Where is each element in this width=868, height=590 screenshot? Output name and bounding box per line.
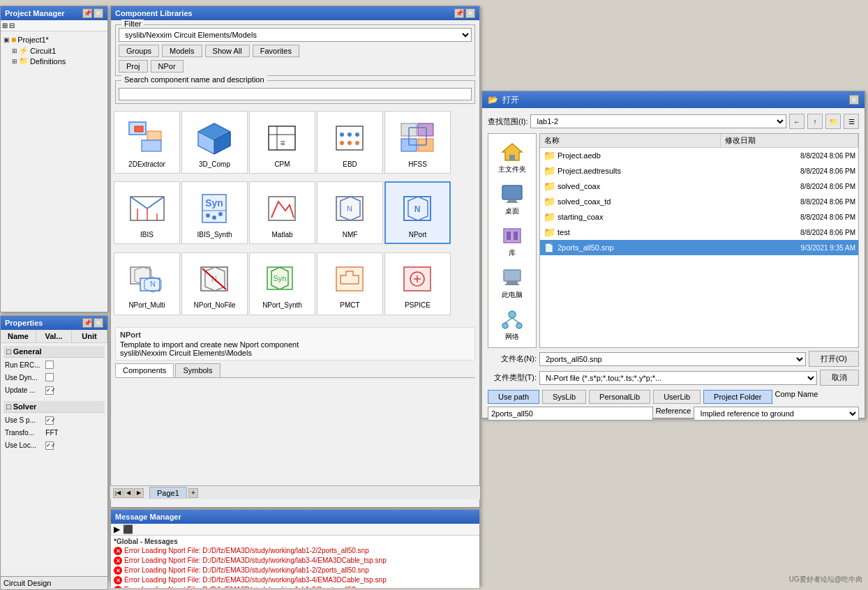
reference-label: Reference [656, 407, 691, 421]
nav-new-folder-btn[interactable]: 📁 [825, 114, 841, 129]
pm-toolbar-icon2: ⊟ [9, 22, 15, 29]
comp-nport-multi[interactable]: N NPort_Multi [114, 252, 180, 315]
svg-rect-66 [514, 232, 518, 240]
comp-name-input[interactable] [488, 407, 653, 421]
comp-3dcomp[interactable]: 3D_Comp [181, 111, 248, 174]
filter-dropdown[interactable]: syslib/Nexxim Circuit Elements/Models [119, 28, 472, 42]
pm-close-btn[interactable]: ✕ [93, 8, 103, 18]
personallib-btn[interactable]: PersonalLib [589, 390, 650, 404]
tree-item-project[interactable]: ▣ ■ Project1* [3, 34, 105, 45]
col-unit[interactable]: Unit [72, 330, 107, 342]
comp-nport-nofile-label: NPort_NoFile [193, 301, 235, 309]
location-bar: 查找范围(I): lab1-2 ← ↑ 📁 ☰ [488, 114, 859, 129]
file-row-0[interactable]: 📁 Project.aedb 8/8/2024 8:06 PM [540, 148, 858, 163]
sidebar-library[interactable]: 库 [497, 220, 527, 261]
page-first-btn[interactable]: |◀ [113, 488, 123, 498]
comp-nport-synth[interactable]: Syn NPort_Synth [249, 252, 315, 315]
cancel-btn[interactable]: 取消 [820, 370, 859, 386]
userlib-btn[interactable]: UserLib [653, 390, 701, 404]
svg-point-17 [355, 141, 359, 145]
col-date-header[interactable]: 修改日期 [721, 134, 858, 147]
file-row-3[interactable]: 📁 solved_coax_td 8/8/2024 8:06 PM [540, 194, 858, 209]
prop-run-erc-label: Run ERC... [5, 361, 45, 369]
comp-cpm[interactable]: ≡ CPM [249, 111, 315, 174]
props-close-btn[interactable]: ✕ [93, 318, 103, 328]
sidebar-network-label: 网络 [505, 332, 519, 342]
comp-nport-nofile[interactable]: N NPort_NoFile [181, 252, 248, 315]
filter-btn-groups[interactable]: Groups [119, 45, 159, 57]
msg-error-3: ✕ Error Loading Nport File: D:/D/fz/EMA3… [114, 566, 477, 575]
filter-btn-npor[interactable]: NPor [151, 60, 184, 73]
svg-text:≡: ≡ [280, 138, 285, 148]
prop-use-loc: Use Loc... ✓ [3, 439, 105, 452]
svg-rect-19 [418, 123, 433, 136]
comp-ebd[interactable]: EBD [317, 111, 383, 174]
svg-point-72 [516, 323, 522, 328]
prop-transfo: Transfo... FFT [3, 427, 105, 439]
pm-pin-btn[interactable]: 📌 [82, 8, 92, 18]
filename-input[interactable]: 2ports_all50.snp [539, 352, 806, 366]
search-input[interactable] [119, 88, 472, 100]
nav-back-btn[interactable]: ← [789, 114, 805, 129]
sidebar-home[interactable]: 主文件夹 [495, 137, 529, 177]
reference-select[interactable]: Implied reference to ground [694, 407, 859, 421]
file-row-6[interactable]: 📄 2ports_all50.snp 9/3/2021 9:35 AM [540, 240, 858, 255]
comp-ibis-synth[interactable]: Syn IBIS_Synth [181, 181, 248, 244]
open-file-dialog: 📂 打开 ✕ 查找范围(I): lab1-2 ← ↑ 📁 ☰ [481, 91, 865, 418]
page-add-btn[interactable]: + [188, 488, 198, 498]
msg-error-4: ✕ Error Loading Nport File: D:/D/fz/EMA3… [114, 575, 477, 585]
file-row-4[interactable]: 📁 starting_coax 8/8/2024 8:06 PM [540, 209, 858, 225]
page-tabs-bar: |◀ ◀ ▶ Page1 + [110, 485, 480, 499]
comp-nport-icon: N [397, 188, 439, 229]
nav-view-btn[interactable]: ☰ [844, 114, 859, 129]
comp-cpm-icon: ≡ [262, 117, 304, 159]
page-next-btn[interactable]: ▶ [134, 488, 144, 498]
comp-pspice-icon [397, 258, 439, 300]
nav-up-btn[interactable]: ↑ [807, 114, 823, 129]
col-name-header[interactable]: 名称 [540, 134, 721, 147]
filter-btn-showall[interactable]: Show All [205, 45, 250, 57]
comp-2dextractor[interactable]: 2DExtractor [114, 111, 180, 174]
file-row-1[interactable]: 📁 Project.aedtresults 8/8/2024 8:06 PM [540, 163, 858, 179]
comp-ibis[interactable]: IBIS [114, 181, 180, 244]
props-pin-btn[interactable]: 📌 [82, 318, 92, 328]
filter-btn-models[interactable]: Models [162, 45, 202, 57]
sidebar-desktop[interactable]: 桌面 [497, 179, 527, 219]
file-row-5[interactable]: 📁 test 8/8/2024 8:06 PM [540, 225, 858, 240]
page-prev-btn[interactable]: ◀ [124, 488, 133, 498]
tree-item-definitions[interactable]: ⊞ 📁 Definitions [12, 56, 105, 66]
tree-sub-definitions: ⊞ 📁 Definitions [3, 56, 105, 66]
circuit-design-bar[interactable]: Circuit Design [0, 576, 108, 590]
location-dropdown[interactable]: lab1-2 [530, 114, 786, 128]
comp-hfss[interactable]: HFSS [384, 111, 451, 174]
tab-symbols[interactable]: Symbols [175, 363, 220, 377]
sidebar-computer[interactable]: 此电脑 [497, 262, 527, 303]
use-path-btn[interactable]: Use path [488, 390, 539, 404]
syslib-btn[interactable]: SysLib [542, 390, 586, 404]
svg-rect-67 [504, 270, 521, 281]
comp-pmct[interactable]: PMCT [317, 252, 383, 315]
comp-pspice[interactable]: PSPICE [384, 252, 451, 315]
filter-btn-favorites[interactable]: Favorites [253, 45, 299, 57]
comp-lib-close-btn[interactable]: ✕ [465, 8, 475, 18]
project-folder-btn[interactable]: Project Folder [703, 390, 772, 404]
comp-nport[interactable]: N NPort [384, 181, 451, 244]
comp-matlab[interactable]: Matlab [249, 181, 315, 244]
prop-use-loc-label: Use Loc... [5, 441, 45, 449]
comp-lib-pin-btn[interactable]: 📌 [454, 8, 464, 18]
open-dialog-close-btn[interactable]: ✕ [849, 95, 859, 105]
comp-nmf[interactable]: N NMF [317, 181, 383, 244]
comp-hfss-label: HFSS [408, 160, 427, 168]
tree-item-circuit[interactable]: ⊞ ⚡ Circuit1 [12, 45, 105, 56]
tab-components[interactable]: Components [115, 363, 174, 377]
page-tab-1[interactable]: Page1 [149, 487, 187, 499]
col-name[interactable]: Name [1, 330, 36, 342]
sidebar-network[interactable]: 网络 [497, 304, 527, 345]
filetype-select[interactable]: N-Port file (*.s*p;*.tou;*.ts;*.y*p;*... [539, 371, 817, 385]
col-val[interactable]: Val... [36, 330, 72, 342]
file-date-4: 8/8/2024 8:06 PM [728, 213, 855, 221]
svg-rect-2 [147, 131, 161, 141]
file-row-2[interactable]: 📁 solved_coax 8/8/2024 8:06 PM [540, 179, 858, 194]
filter-btn-proj[interactable]: Proj [119, 60, 148, 73]
open-btn[interactable]: 打开(O) [809, 351, 859, 367]
